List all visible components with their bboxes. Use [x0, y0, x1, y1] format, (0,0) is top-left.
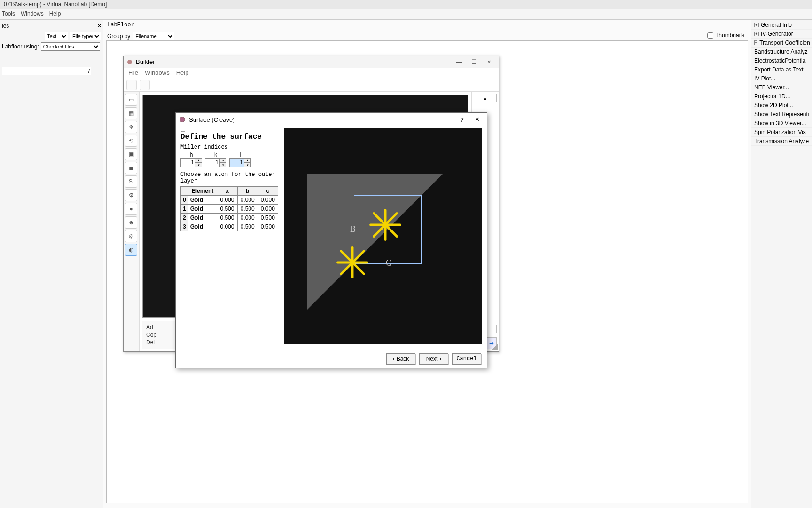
labfloor-using-label: Labfloor using:	[2, 43, 39, 50]
tool-move-icon[interactable]: ✥	[125, 121, 137, 133]
sidebar-item-label: Show 2D Plot...	[754, 102, 793, 109]
sidebar-item-label: Spin Polarization Vis	[754, 129, 806, 135]
spin-up-icon[interactable]: ▴	[195, 158, 202, 163]
thumbnails-checkbox[interactable]	[707, 32, 713, 39]
sidebar-item[interactable]: Projector 1D...	[751, 92, 812, 101]
menu-tools[interactable]: Tools	[2, 10, 15, 18]
builder-menu-windows[interactable]: Windows	[145, 69, 170, 78]
miller-l-label: l	[240, 151, 241, 158]
tool-ghost-icon[interactable]: ☻	[125, 216, 137, 229]
cancel-button[interactable]: Cancel	[452, 353, 481, 365]
chevron-right-icon: ›	[439, 356, 441, 362]
tool-atom-icon[interactable]: ●	[125, 203, 137, 215]
sidebar-item[interactable]: Bandstructure Analyz	[751, 48, 812, 56]
sidebar-item[interactable]: Transmission Analyze	[751, 137, 812, 146]
labfloor-using-combo[interactable]: Checked files	[41, 42, 100, 51]
miller-h-input[interactable]	[180, 158, 195, 167]
builder-window: Builder — ☐ × File Windows Help ▭ ▦ ✥ ⟲	[123, 56, 499, 352]
right-panel: +General Info+IV-Generator+Transport Coe…	[751, 20, 812, 508]
spin-down-icon[interactable]: ▾	[195, 163, 202, 167]
help-icon[interactable]: ?	[456, 116, 467, 123]
spin-down-icon[interactable]: ▾	[220, 163, 226, 167]
sidebar-item[interactable]: Show in 3D Viewer...	[751, 119, 812, 128]
tool-ring-icon[interactable]: ◎	[125, 230, 137, 242]
tool-si-icon[interactable]: Si	[125, 175, 137, 188]
path-input[interactable]: /	[2, 67, 91, 75]
sidebar-item-label: ElectrostaticPotentia	[754, 57, 805, 64]
close-icon[interactable]: ×	[471, 115, 483, 124]
surface-preview[interactable]: B C	[284, 128, 482, 344]
table-row[interactable]: 2Gold0.5000.0000.500	[181, 214, 278, 222]
maximize-icon[interactable]: ☐	[468, 58, 480, 65]
sidebar-item[interactable]: NEB Viewer...	[751, 83, 812, 92]
miller-k-input[interactable]	[205, 158, 220, 167]
close-icon[interactable]: ×	[98, 23, 101, 29]
thumbnails-label: Thumbnails	[715, 32, 744, 39]
sidebar-item-label: Transport Coefficien	[759, 40, 810, 46]
expand-icon[interactable]: +	[754, 32, 759, 36]
builder-toolbar	[124, 79, 499, 92]
sidebar-item-label: IV-Generator	[761, 31, 793, 37]
spin-up-icon[interactable]: ▴	[244, 158, 251, 163]
sidebar-item-label: Export Data as Text..	[754, 66, 806, 73]
back-button[interactable]: ‹Back	[386, 353, 415, 365]
toolbar-icon-2[interactable]	[140, 80, 150, 90]
table-row[interactable]: 0Gold0.0000.0000.000	[181, 196, 278, 205]
builder-icon	[127, 60, 132, 64]
groupby-combo[interactable]: Filename	[133, 32, 174, 40]
col-b: b	[237, 187, 258, 196]
menu-help[interactable]: Help	[49, 10, 61, 18]
sidebar-item[interactable]: IV-Plot...	[751, 74, 812, 83]
expand-icon[interactable]: +	[754, 40, 757, 45]
app-titlebar: 0719\atk-temp) - Virtual NanoLab [Demo]	[0, 0, 812, 9]
sidebar-item[interactable]: +IV-Generator	[751, 30, 812, 39]
scroll-up-icon[interactable]: ▴	[474, 94, 497, 102]
surface-heading: Define the surface	[180, 133, 280, 141]
tool-layers-icon[interactable]: ≣	[125, 162, 137, 174]
miller-l-input[interactable]	[229, 158, 244, 167]
sidebar-item-label: Show in 3D Viewer...	[754, 120, 806, 127]
groupby-label: Group by	[107, 33, 130, 40]
text-combo[interactable]: Text	[45, 32, 68, 40]
axis-b-label: B	[350, 224, 356, 234]
spin-down-icon[interactable]: ▾	[244, 163, 251, 167]
minimize-icon[interactable]: —	[453, 58, 465, 65]
menu-windows[interactable]: Windows	[21, 10, 44, 18]
tool-rotate-icon[interactable]: ⟲	[125, 135, 137, 147]
left-panel-header: les	[2, 23, 9, 29]
tool-gear-icon[interactable]: ⚙	[125, 189, 137, 201]
col-a: a	[217, 187, 237, 196]
svg-point-9	[350, 260, 355, 265]
builder-menubar: File Windows Help	[124, 68, 499, 79]
sidebar-item[interactable]: +Transport Coefficien	[751, 39, 812, 48]
sidebar-item[interactable]: Export Data as Text..	[751, 65, 812, 74]
sidebar-item[interactable]: Spin Polarization Vis	[751, 128, 812, 137]
miller-label: Miller indices	[180, 144, 280, 151]
table-row[interactable]: 3Gold0.0000.5000.500	[181, 222, 278, 231]
close-icon[interactable]: ×	[484, 58, 495, 65]
spin-up-icon[interactable]: ▴	[220, 158, 226, 163]
toolbar-icon-1[interactable]	[126, 80, 137, 90]
atom-table[interactable]: Element a b c 0Gold0.0000.0000.000 1Gold…	[180, 186, 278, 231]
sidebar-item[interactable]: ElectrostaticPotentia	[751, 56, 812, 65]
tool-surface-icon[interactable]: ◐	[125, 244, 137, 256]
sidebar-item[interactable]: Show 2D Plot...	[751, 101, 812, 110]
sidebar-item[interactable]: +General Info	[751, 21, 812, 30]
next-button[interactable]: Next›	[419, 353, 448, 365]
tool-lattice-icon[interactable]: ▦	[125, 107, 137, 119]
resize-grip-icon[interactable]	[491, 344, 498, 350]
tool-select-icon[interactable]: ▭	[125, 94, 137, 106]
table-row[interactable]: 1Gold0.5000.5000.000	[181, 205, 278, 214]
sidebar-item[interactable]: Show Text Representi	[751, 110, 812, 119]
col-element: Element	[188, 187, 217, 196]
filetypes-combo[interactable]: File types	[70, 32, 101, 40]
miller-k-label: k	[214, 151, 217, 158]
miller-h-label: h	[190, 151, 193, 158]
expand-icon[interactable]: +	[754, 23, 759, 27]
sidebar-item-label: Transmission Analyze	[754, 138, 809, 144]
center-area: LabFloor Group by Filename Thumbnails Bu…	[103, 20, 751, 508]
svg-point-4	[383, 222, 388, 227]
tool-box-icon[interactable]: ▣	[125, 148, 137, 160]
builder-menu-help[interactable]: Help	[176, 69, 189, 78]
builder-menu-file[interactable]: File	[128, 69, 138, 78]
